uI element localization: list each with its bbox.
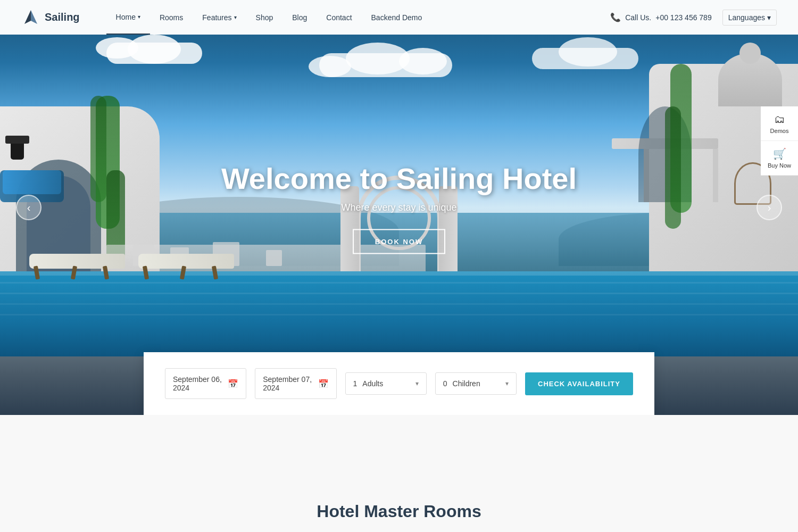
- cloud-2c: [309, 56, 351, 77]
- nav-item-home[interactable]: Home ▾: [106, 0, 150, 35]
- vine-right-2: [665, 106, 681, 229]
- buy-now-widget[interactable]: 🛒 Buy Now: [761, 141, 798, 176]
- section-title: Hotel Master Rooms: [317, 502, 481, 521]
- logo-text: Sailing: [45, 11, 80, 23]
- vine-left-2: [90, 96, 106, 202]
- buy-now-label: Buy Now: [768, 162, 791, 169]
- logo[interactable]: Sailing: [21, 8, 80, 27]
- nav-item-backend[interactable]: Backend Demo: [362, 0, 432, 35]
- check-availability-button[interactable]: CHECK AVAILABILITY: [525, 372, 633, 395]
- cloud-1b: [96, 37, 138, 59]
- svg-marker-1: [31, 10, 37, 24]
- adults-chevron-icon: ▾: [415, 380, 419, 387]
- demos-icon: 🗂: [774, 113, 785, 126]
- book-now-button[interactable]: BOOK NOW: [353, 229, 445, 254]
- nav-links: Home ▾ Rooms Features ▾ Shop Blog Contac…: [106, 0, 611, 35]
- calendar-in-icon: 📅: [228, 379, 238, 389]
- languages-button[interactable]: Languages ▾: [722, 10, 777, 26]
- check-out-date: September 07, 2024: [263, 375, 312, 392]
- children-select[interactable]: 0 Children ▾: [435, 372, 517, 395]
- nav-item-features[interactable]: Features ▾: [193, 0, 246, 35]
- children-label: Children: [453, 379, 502, 388]
- hero-title: Welcome to Sailing Hotel: [221, 161, 577, 196]
- children-chevron-icon: ▾: [505, 380, 509, 387]
- pool: [0, 271, 798, 356]
- nav-right: 📞 Call Us. +00 123 456 789 Languages ▾: [610, 10, 777, 26]
- call-us: 📞 Call Us. +00 123 456 789: [610, 12, 712, 22]
- carousel-prev-button[interactable]: ‹: [16, 195, 41, 220]
- nav-item-shop[interactable]: Shop: [246, 0, 283, 35]
- check-in-date: September 06, 2024: [173, 375, 222, 392]
- demos-widget[interactable]: 🗂 Demos: [761, 106, 798, 141]
- children-count: 0: [443, 379, 447, 388]
- demos-label: Demos: [770, 128, 789, 134]
- call-number[interactable]: +00 123 456 789: [655, 13, 712, 22]
- calendar-out-icon: 📅: [318, 379, 329, 389]
- bottom-section: Hotel Master Rooms: [0, 415, 798, 532]
- adults-count: 1: [353, 379, 358, 388]
- cart-icon: 🛒: [773, 147, 786, 160]
- booking-bar: September 06, 2024 📅 September 07, 2024 …: [144, 352, 654, 415]
- side-widgets: 🗂 Demos 🛒 Buy Now: [761, 106, 798, 176]
- carousel-next-button[interactable]: ›: [757, 195, 782, 220]
- hero-content: Welcome to Sailing Hotel Where every sta…: [221, 161, 577, 254]
- check-in-field[interactable]: September 06, 2024 📅: [165, 368, 246, 399]
- navbar: Sailing Home ▾ Rooms Features ▾ Shop Blo…: [0, 0, 798, 35]
- lounger-2: [138, 250, 245, 279]
- phone-icon: 📞: [610, 12, 621, 22]
- svg-marker-0: [24, 10, 31, 24]
- call-label: Call Us.: [625, 13, 651, 22]
- check-out-field[interactable]: September 07, 2024 📅: [255, 368, 336, 399]
- adults-label: Adults: [362, 379, 412, 388]
- languages-chevron-icon: ▾: [767, 13, 771, 22]
- logo-icon: [21, 8, 40, 27]
- nav-item-contact[interactable]: Contact: [317, 0, 361, 35]
- lounger-1: [29, 250, 136, 279]
- hero-section: Welcome to Sailing Hotel Where every sta…: [0, 0, 798, 415]
- cloud-2b: [399, 48, 447, 74]
- features-chevron-icon: ▾: [234, 14, 237, 20]
- nav-item-rooms[interactable]: Rooms: [150, 0, 193, 35]
- adults-select[interactable]: 1 Adults ▾: [345, 372, 427, 395]
- chevron-left-icon: ‹: [27, 202, 31, 214]
- chevron-right-icon: ›: [768, 202, 771, 214]
- hero-subtitle: Where every stay is unique: [221, 202, 577, 213]
- nav-item-blog[interactable]: Blog: [282, 0, 317, 35]
- home-chevron-icon: ▾: [138, 14, 140, 20]
